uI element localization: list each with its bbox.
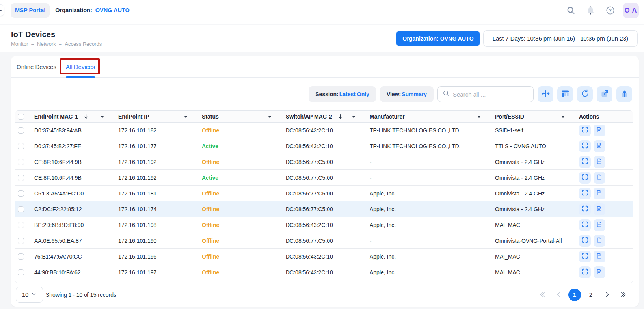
sort-desc-icon[interactable] <box>83 114 89 119</box>
filter-icon[interactable] <box>183 114 189 119</box>
sidebar-collapse-button[interactable] <box>0 4 4 16</box>
column-header-endpoint-mac[interactable]: EndPoint MAC1 <box>27 114 111 120</box>
row-checkbox[interactable] <box>18 269 24 275</box>
search-icon[interactable] <box>566 6 575 15</box>
table-row[interactable]: 76:B1:47:6A:70:CC172.16.101.196OfflineDC… <box>15 249 633 264</box>
column-label: Switch/AP MAC <box>286 114 327 120</box>
details-document-button[interactable] <box>594 172 605 184</box>
expand-row-button[interactable] <box>579 266 591 278</box>
expand-row-button[interactable] <box>579 188 591 199</box>
row-checkbox[interactable] <box>18 143 24 149</box>
details-document-button[interactable] <box>594 140 605 152</box>
table-row[interactable]: C6:F8:A5:4A:EC:D0172.16.101.181OfflineDC… <box>15 186 633 201</box>
tab-online-devices[interactable]: Online Devices <box>17 56 56 77</box>
column-header-port-essid[interactable]: Port/ESSID <box>488 114 572 120</box>
page-button-1[interactable]: 1 <box>568 289 581 301</box>
view-filter-pill[interactable]: View: Summary <box>380 86 434 102</box>
details-document-button[interactable] <box>594 125 605 136</box>
table-row[interactable]: CE:8F:10:6F:44:9B172.16.101.192ActiveDC:… <box>15 170 633 186</box>
table-row[interactable]: BE:2D:6B:BD:E8:90172.16.101.198OfflineDC… <box>15 217 633 233</box>
cell-status: Offline <box>195 222 279 228</box>
document-icon <box>596 142 603 150</box>
cell-manufacturer: Apple, Inc. <box>363 206 488 212</box>
details-document-button[interactable] <box>594 188 605 199</box>
details-document-button[interactable] <box>594 203 605 215</box>
bell-icon[interactable] <box>586 6 595 15</box>
expand-row-button[interactable] <box>579 140 591 152</box>
previous-page-button[interactable] <box>552 289 565 301</box>
fit-columns-button[interactable] <box>538 86 553 102</box>
details-document-button[interactable] <box>594 219 605 231</box>
session-filter-pill[interactable]: Session: Latest Only <box>309 86 376 102</box>
search-input[interactable] <box>453 91 529 98</box>
manage-columns-button[interactable] <box>557 86 573 102</box>
open-external-button[interactable] <box>597 86 612 102</box>
organization-label: Organization: <box>55 7 92 13</box>
details-document-button[interactable] <box>594 156 605 168</box>
expand-row-button[interactable] <box>579 172 591 184</box>
table-row[interactable]: D0:37:45:B2:27:FE172.16.101.177ActiveDC:… <box>15 138 633 154</box>
cell-endpoint-ip: 172.16.101.182 <box>111 127 195 134</box>
row-checkbox[interactable] <box>18 253 24 260</box>
expand-row-button[interactable] <box>579 235 591 247</box>
breadcrumb-item-network[interactable]: Network <box>37 41 56 47</box>
last-page-button[interactable] <box>617 289 629 301</box>
filter-icon[interactable] <box>99 114 105 119</box>
row-checkbox[interactable] <box>18 238 24 244</box>
expand-row-button[interactable] <box>579 251 591 262</box>
table-row[interactable]: 44:90:BB:10:FA:62172.16.101.197OfflineDC… <box>15 264 633 280</box>
breadcrumb-item-monitor[interactable]: Monitor <box>11 41 28 47</box>
row-checkbox[interactable] <box>18 127 24 134</box>
filter-icon[interactable] <box>476 114 482 119</box>
row-checkbox[interactable] <box>18 190 24 197</box>
details-document-button[interactable] <box>594 235 605 247</box>
expand-row-button[interactable] <box>579 125 591 136</box>
cell-port-essid: Omnivista - 2.4 GHz <box>488 175 572 181</box>
cell-manufacturer: Apple, Inc. <box>363 269 488 275</box>
expand-row-button[interactable] <box>579 156 591 168</box>
column-header-status[interactable]: Status <box>195 114 279 120</box>
refresh-button[interactable] <box>577 86 593 102</box>
cell-actions <box>572 156 633 168</box>
first-page-button[interactable] <box>536 289 549 301</box>
details-document-button[interactable] <box>594 266 605 278</box>
msp-portal-chip[interactable]: MSP Portal <box>11 3 50 18</box>
cell-actions <box>572 140 633 152</box>
expand-icon <box>581 252 588 261</box>
table-row[interactable]: D0:37:45:B3:94:AB172.16.101.182OfflineDC… <box>15 123 633 138</box>
cell-actions <box>572 251 633 262</box>
user-avatar[interactable]: O A <box>623 3 639 18</box>
date-range-picker[interactable]: Last 7 Days: 10:36 pm (Jun 16) - 10:36 p… <box>483 30 638 47</box>
row-checkbox[interactable] <box>18 206 24 212</box>
table-row[interactable]: AA:0E:65:50:EA:87172.16.101.190OfflineDC… <box>15 233 633 249</box>
organization-link[interactable]: OVNG AUTO <box>95 7 130 13</box>
breadcrumb: Monitor – Network – Access Records <box>11 41 102 47</box>
row-checkbox[interactable] <box>18 222 24 228</box>
column-header-switch-ap-mac[interactable]: Switch/AP MAC2 <box>279 114 363 120</box>
filter-icon[interactable] <box>351 114 357 119</box>
column-header-endpoint-ip[interactable]: EndPoint IP <box>111 114 195 120</box>
filter-icon[interactable] <box>560 114 566 119</box>
row-checkbox[interactable] <box>18 159 24 165</box>
expand-row-button[interactable] <box>579 219 591 231</box>
column-header-manufacturer[interactable]: Manufacturer <box>363 114 488 120</box>
view-label: View: <box>387 91 401 97</box>
select-all-checkbox[interactable] <box>18 114 24 120</box>
expand-row-button[interactable] <box>579 203 591 215</box>
tab-all-devices[interactable]: All Devices <box>66 56 95 77</box>
export-button[interactable] <box>616 86 632 102</box>
msp-portal-label: MSP Portal <box>15 7 45 13</box>
table-row[interactable]: CE:8F:10:6F:44:9B172.16.101.192OfflineDC… <box>15 154 633 170</box>
row-checkbox[interactable] <box>18 175 24 181</box>
filter-icon[interactable] <box>267 114 273 119</box>
table-row[interactable]: C2:DC:F2:22:85:12172.16.101.174OfflineDC… <box>15 201 633 217</box>
sort-desc-icon[interactable] <box>337 114 343 119</box>
page-button-2[interactable]: 2 <box>584 289 597 301</box>
next-page-button[interactable] <box>601 289 613 301</box>
page-size-select[interactable]: 10 <box>16 287 43 303</box>
organization-filter-button[interactable]: Organization: OVNG AUTO <box>396 31 479 46</box>
details-document-button[interactable] <box>594 251 605 262</box>
breadcrumb-item-access-records[interactable]: Access Records <box>65 41 102 47</box>
help-icon[interactable]: ? <box>606 6 615 15</box>
cell-port-essid: Omnivista-OVNG-Portal-All <box>488 238 572 244</box>
